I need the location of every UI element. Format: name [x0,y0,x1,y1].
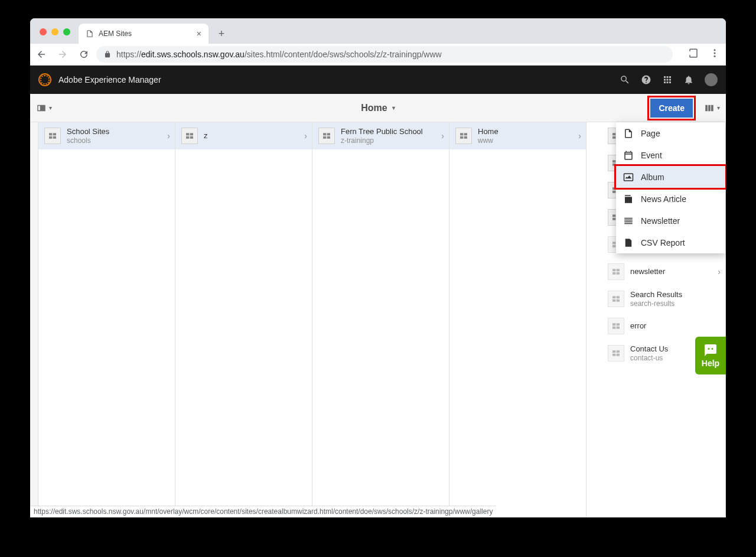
apps-icon[interactable] [662,74,673,85]
lock-icon [103,50,112,58]
user-avatar[interactable] [705,73,718,86]
chevron-right-icon: › [304,131,307,141]
search-icon[interactable] [620,74,630,85]
minimize-window-button[interactable] [51,28,58,35]
chat-icon [703,343,718,357]
svg-point-1 [714,53,716,54]
report-icon [623,237,634,248]
page-thumb-icon [608,318,624,334]
create-menu-newsletter[interactable]: Newsletter [616,210,725,232]
status-bar: https://edit.sws.schools.nsw.gov.au/mnt/… [30,506,496,517]
address-bar: https://edit.sws.schools.nsw.gov.au/site… [30,44,726,66]
create-button[interactable]: Create [650,99,693,118]
item-title: Home [478,127,572,136]
page-thumb-icon [608,345,624,361]
kebab-icon[interactable] [709,48,720,58]
item-title: School Sites [67,127,161,136]
column-item[interactable]: Fern Tree Public Schoolz-trainingp› [312,122,449,149]
item-title: newsletter [630,267,712,276]
reload-button[interactable] [79,49,89,60]
aem-brand-text: Adobe Experience Manager [58,75,161,84]
menu-label: Event [641,151,662,160]
calendar-icon [623,150,634,161]
create-menu-event[interactable]: Event [616,144,725,166]
column-item[interactable]: error [586,312,725,340]
extension-icon[interactable] [688,48,699,58]
create-menu-page[interactable]: Page [616,122,725,144]
item-name: z-trainingp [341,136,435,145]
breadcrumb[interactable]: Home ▾ [361,103,395,113]
new-tab-button[interactable]: + [213,25,230,42]
column-0: School Sitesschools› [38,122,175,517]
item-title: z [204,131,298,141]
menu-label: CSV Report [641,238,685,247]
column-4: PageEventAlbumNews ArticleNewsletterCSV … [586,122,726,517]
create-dropdown: PageEventAlbumNews ArticleNewsletterCSV … [616,122,725,253]
layout-toggle[interactable]: ▾ [704,103,720,113]
tab-close-icon[interactable]: × [197,29,201,38]
chevron-down-icon: ▾ [392,105,395,111]
highlight-box: Create [647,96,696,120]
back-button[interactable] [36,49,47,60]
columns-icon [704,103,715,113]
help-badge[interactable]: Help [695,337,726,374]
column-item[interactable]: Homewww› [449,122,586,149]
column-3: Homewww› [449,122,586,517]
page-thumb-icon [455,128,472,144]
menu-label: News Article [641,194,686,204]
menu-label: Newsletter [641,216,680,226]
chevron-right-icon: › [718,267,721,276]
page-thumb-icon [608,291,624,307]
tab-strip: AEM Sites × + [30,18,726,44]
chevron-down-icon: ▾ [717,105,720,111]
help-label: Help [702,359,719,368]
column-item[interactable]: School Sitesschools› [38,122,175,149]
page-icon [623,128,634,139]
url-field[interactable]: https://edit.sws.schools.nsw.gov.au/site… [96,46,673,63]
rail-toggle[interactable]: ▾ [36,103,52,113]
svg-point-0 [714,49,716,51]
page-icon [86,30,94,38]
column-item[interactable]: newsletter› [586,258,725,285]
aem-header: Adobe Experience Manager [30,66,726,94]
column-item[interactable]: z› [175,122,312,149]
column-browser: School Sitesschools› z› Fern Tree Public… [30,122,726,517]
tab-title: AEM Sites [99,30,132,38]
list-icon [623,216,634,226]
help-icon[interactable] [641,74,651,85]
image-icon [623,172,634,183]
create-menu-csv-report[interactable]: CSV Report [616,232,725,253]
create-menu-album[interactable]: Album [616,166,725,188]
item-name: schools [67,136,161,145]
chevron-right-icon: › [167,131,170,141]
svg-point-2 [714,56,716,57]
url-text: https://edit.sws.schools.nsw.gov.au/site… [116,50,442,59]
aem-logo-icon[interactable] [38,73,51,86]
browser-tab[interactable]: AEM Sites × [79,24,208,44]
browser-window: AEM Sites × + https://edit.sws.schools.n… [30,18,726,517]
close-window-button[interactable] [40,28,47,35]
column-item[interactable]: Search Resultssearch-results [586,285,725,312]
nav-buttons [36,49,89,60]
page-thumb-icon [44,128,61,144]
item-name: www [478,136,572,145]
fullscreen-window-button[interactable] [63,28,70,35]
column-2: Fern Tree Public Schoolz-trainingp› [312,122,449,517]
forward-button[interactable] [57,49,68,60]
news-icon [623,194,634,204]
menu-label: Page [641,129,660,138]
action-bar: ▾ Home ▾ Create ▾ [30,94,726,122]
address-right [680,48,720,61]
highlight-box: Album [614,164,726,190]
item-title: Search Results [630,290,721,299]
menu-label: Album [641,172,664,182]
bell-icon[interactable] [683,74,694,85]
panel-icon [36,103,47,113]
column-1: z› [175,122,312,517]
page-thumb-icon [608,263,624,280]
create-menu-news-article[interactable]: News Article [616,188,725,210]
item-name: search-results [630,299,721,308]
chevron-right-icon: › [578,131,581,141]
page-thumb-icon [318,128,335,144]
page-thumb-icon [181,128,198,144]
